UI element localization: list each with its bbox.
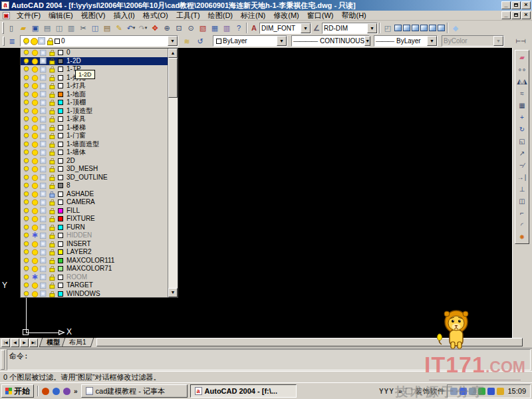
layer-row[interactable]: 3D_OUTLINE: [21, 174, 168, 182]
task-button[interactable]: AutoCAD 2004 - [f:\...: [190, 384, 297, 398]
redo-icon[interactable]: ↷: [137, 22, 149, 34]
save-icon[interactable]: ▣: [29, 22, 41, 34]
layer-color-swatch[interactable]: [58, 266, 63, 271]
dim-style-combo[interactable]: RD-DIM ▼: [322, 23, 378, 34]
menu-item[interactable]: 窗口(W): [303, 10, 338, 21]
zoom-previous-icon[interactable]: ⊙: [185, 22, 197, 34]
restore-button[interactable]: [511, 1, 521, 9]
layer-list-scrollbar[interactable]: ▲ ▼: [168, 49, 178, 297]
layer-row[interactable]: ROOM: [21, 273, 168, 282]
menu-item[interactable]: 工具(T): [172, 10, 204, 21]
paste-icon[interactable]: ▤: [101, 22, 113, 34]
layer-color-swatch[interactable]: [58, 133, 63, 138]
shade-gouraud-icon[interactable]: [429, 25, 436, 31]
layer-freeze-vp-icon[interactable]: [40, 174, 46, 180]
layer-on-icon[interactable]: [23, 241, 29, 247]
layer-lock-icon[interactable]: [48, 182, 55, 189]
layer-color-swatch[interactable]: [58, 275, 63, 280]
undo-icon[interactable]: ↶: [125, 22, 137, 34]
color-dropdown-arrow[interactable]: ▼: [277, 36, 287, 46]
doc-minimize-button[interactable]: _: [501, 11, 511, 19]
layer-previous-icon[interactable]: ↺: [194, 35, 206, 47]
layer-color-swatch[interactable]: [58, 241, 63, 247]
trim-icon[interactable]: −∕: [516, 159, 528, 171]
tool-palettes-icon[interactable]: ▥: [221, 22, 233, 34]
layer-color-swatch[interactable]: [58, 116, 63, 122]
pan-realtime-icon[interactable]: ✥: [149, 22, 161, 34]
scale-icon[interactable]: ◱: [516, 135, 528, 147]
break-at-point-icon[interactable]: ⊥: [516, 183, 528, 195]
layer-freeze-icon[interactable]: [31, 265, 38, 272]
layer-color-swatch[interactable]: [58, 208, 63, 213]
layer-freeze-vp-icon[interactable]: [40, 183, 46, 189]
layer-lock-icon[interactable]: [48, 265, 55, 272]
tray-icon[interactable]: [469, 388, 476, 395]
layer-freeze-icon[interactable]: [31, 108, 38, 114]
layer-on-icon[interactable]: [23, 291, 29, 297]
menu-item[interactable]: 帮助(H): [338, 10, 370, 21]
shade-flat-edges-icon[interactable]: [438, 25, 445, 31]
layer-on-icon[interactable]: [23, 91, 29, 98]
layer-lock-icon[interactable]: [48, 257, 55, 264]
layer-freeze-icon[interactable]: [31, 249, 38, 255]
layer-freeze-icon[interactable]: [31, 49, 38, 56]
cut-icon[interactable]: ✂: [77, 22, 89, 34]
layer-freeze-icon[interactable]: [31, 132, 38, 139]
layer-color-swatch[interactable]: [58, 75, 63, 80]
taskbar-toolbar-chevron[interactable]: »: [397, 388, 404, 395]
layer-freeze-icon[interactable]: [31, 274, 38, 281]
mirror-icon[interactable]: ◭◮: [516, 75, 528, 87]
layer-lock-icon[interactable]: [48, 207, 55, 214]
layer-row[interactable]: 1-顶造型: [21, 107, 168, 116]
layer-on-icon[interactable]: [23, 82, 29, 89]
shade-3d-wireframe-icon[interactable]: [403, 25, 410, 31]
menu-item[interactable]: 视图(V): [77, 10, 110, 21]
layer-lock-icon[interactable]: [48, 99, 55, 106]
layer-lock-icon[interactable]: [48, 124, 55, 131]
render-icon[interactable]: ◆: [450, 22, 462, 34]
layer-freeze-icon[interactable]: [31, 215, 38, 222]
layer-on-icon[interactable]: [23, 265, 29, 272]
layer-lock-icon[interactable]: [48, 108, 55, 114]
layer-color-swatch[interactable]: [58, 92, 63, 97]
new-icon[interactable]: ▯: [5, 22, 17, 34]
tray-icon[interactable]: [478, 388, 485, 395]
zoom-realtime-icon[interactable]: ⊕: [161, 22, 173, 34]
layer-freeze-icon[interactable]: [31, 224, 38, 231]
layer-lock-icon[interactable]: [48, 282, 55, 289]
layer-freeze-icon[interactable]: [31, 174, 38, 181]
layer-lock-icon[interactable]: [48, 141, 55, 148]
layer-lock-icon[interactable]: [48, 74, 55, 81]
erase-icon[interactable]: ▰: [516, 51, 528, 63]
layer-lock-icon[interactable]: [48, 49, 55, 56]
plot-icon[interactable]: ▤: [41, 22, 53, 34]
menu-item[interactable]: 文件(F): [13, 10, 45, 21]
layer-color-swatch[interactable]: [58, 200, 63, 205]
layer-freeze-vp-icon[interactable]: [40, 124, 46, 130]
minimize-button[interactable]: _: [501, 1, 511, 9]
layer-color-swatch[interactable]: [58, 142, 63, 147]
layer-on-icon[interactable]: [23, 58, 29, 65]
deco-toolbar-label[interactable]: 装饰软件: [415, 386, 444, 396]
tab-next-button[interactable]: ▶: [20, 338, 29, 347]
layer-lock-icon[interactable]: [48, 274, 55, 281]
layer-on-icon[interactable]: [23, 249, 29, 255]
layer-on-icon[interactable]: [23, 174, 29, 181]
break-icon[interactable]: ◫: [516, 195, 528, 207]
layer-freeze-vp-icon[interactable]: [40, 50, 46, 56]
layer-freeze-icon[interactable]: [31, 74, 38, 81]
layer-row[interactable]: TARGET: [21, 281, 168, 290]
layer-on-icon[interactable]: [23, 141, 29, 148]
layer-freeze-icon[interactable]: [31, 141, 38, 148]
layer-combo[interactable]: 0 ▼: [20, 35, 178, 47]
layer-freeze-vp-icon[interactable]: [40, 66, 46, 72]
layer-on-icon[interactable]: [23, 149, 29, 156]
copy-object-icon[interactable]: ∘∘: [516, 63, 528, 75]
tray-icon[interactable]: [497, 388, 504, 395]
layer-lock-icon[interactable]: [48, 232, 55, 239]
chamfer-icon[interactable]: ⌐: [516, 207, 528, 219]
layer-on-icon[interactable]: [23, 199, 29, 205]
layer-color-swatch[interactable]: [58, 66, 63, 72]
layer-row[interactable]: FILL: [21, 207, 168, 215]
stretch-icon[interactable]: ↗: [516, 147, 528, 159]
